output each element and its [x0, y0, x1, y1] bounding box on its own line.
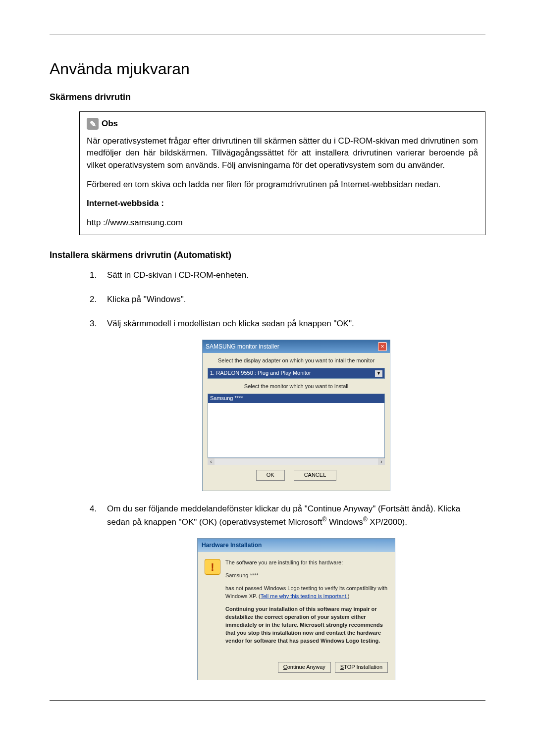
page-title: Använda mjukvaran	[50, 60, 485, 78]
top-rule	[50, 35, 485, 35]
continue-mnemonic: C	[283, 664, 287, 670]
stop-installation-button[interactable]: STOP Installation	[335, 662, 388, 673]
hardware-dialog-title: Hardware Installation	[198, 539, 395, 552]
horizontal-scrollbar[interactable]: ‹ ›	[208, 458, 385, 465]
registered-icon: ®	[363, 516, 368, 523]
hardware-warning-bold: Continuing your installation of this sof…	[225, 605, 388, 645]
note-url: http ://www.samsung.com	[87, 217, 478, 229]
registered-icon: ®	[322, 516, 326, 523]
monitor-list[interactable]: Samsung ****	[208, 394, 385, 458]
close-icon[interactable]: ×	[378, 342, 387, 351]
warning-icon: !	[205, 559, 220, 575]
note-paragraph-2: Förbered en tom skiva och ladda ner file…	[87, 179, 478, 191]
step-3-text: Välj skärmmodell i modellistan och klick…	[107, 319, 354, 328]
hardware-dialog-text: The software you are installing for this…	[225, 559, 388, 650]
dialog-1-wrap: SAMSUNG monitor installer × Select the d…	[107, 340, 485, 491]
stop-rest: TOP Installation	[344, 664, 382, 670]
installer-dialog: SAMSUNG monitor installer × Select the d…	[202, 340, 390, 491]
installer-dialog-buttons: OK CANCEL	[208, 465, 385, 487]
section-heading-install: Installera skärmens drivrutin (Automatis…	[50, 250, 485, 260]
step-3: Välj skärmmodell i modellistan och klick…	[99, 318, 485, 491]
hardware-dialog-body: ! The software you are installing for th…	[198, 552, 395, 656]
note-paragraph-1: När operativsystemet frågar efter drivru…	[87, 135, 478, 172]
note-label: Obs	[102, 118, 118, 130]
section-heading-driver: Skärmens drivrutin	[50, 92, 485, 102]
step-4-text-a: Om du ser följande meddelandefönster kli…	[107, 504, 460, 526]
dialog-2-wrap: Hardware Installation ! The software you…	[107, 538, 485, 680]
cancel-button[interactable]: CANCEL	[294, 470, 337, 481]
installer-label-adapter: Select the display adapter on which you …	[208, 357, 385, 365]
ok-button[interactable]: OK	[256, 470, 285, 481]
installer-dialog-title: SAMSUNG monitor installer	[206, 343, 279, 351]
adapter-select[interactable]: 1. RADEON 9550 : Plug and Play Monitor ▼	[208, 368, 385, 379]
note-box: ✎ Obs När operativsystemet frågar efter …	[79, 111, 485, 235]
hardware-line-3: has not passed Windows Logo testing to v…	[225, 585, 388, 601]
installer-dialog-titlebar: SAMSUNG monitor installer ×	[203, 340, 390, 353]
chevron-down-icon: ▼	[375, 370, 382, 377]
note-icon: ✎	[87, 118, 99, 130]
step-4: Om du ser följande meddelandefönster kli…	[99, 503, 485, 680]
step-4-text-c: XP/2000).	[368, 517, 407, 526]
step-4-text-b: Windows	[326, 517, 363, 526]
continue-rest: ontinue Anyway	[287, 664, 325, 670]
step-1: Sätt in CD-skivan i CD-ROM-enheten.	[99, 269, 485, 282]
hardware-line-2: Samsung ****	[225, 572, 388, 580]
steps-list: Sätt in CD-skivan i CD-ROM-enheten. Klic…	[99, 269, 485, 680]
continue-anyway-button[interactable]: Continue Anyway	[278, 662, 331, 673]
hardware-line-1: The software you are installing for this…	[225, 559, 388, 567]
note-header: ✎ Obs	[87, 118, 478, 130]
hardware-line-3b: )	[348, 593, 350, 599]
chevron-right-icon[interactable]: ›	[378, 458, 385, 465]
note-internet-label: Internet-webbsida :	[87, 198, 478, 210]
bottom-rule	[50, 700, 485, 701]
compatibility-link[interactable]: Tell me why this testing is important.	[261, 593, 348, 599]
installer-label-monitor: Select the monitor which you want to ins…	[208, 383, 385, 391]
adapter-select-value: 1. RADEON 9550 : Plug and Play Monitor	[210, 369, 311, 377]
hardware-dialog: Hardware Installation ! The software you…	[197, 538, 395, 680]
installer-dialog-body: Select the display adapter on which you …	[203, 353, 390, 491]
chevron-left-icon[interactable]: ‹	[208, 458, 214, 465]
hardware-dialog-buttons: Continue Anyway STOP Installation	[198, 657, 395, 680]
step-2: Klicka på "Windows".	[99, 294, 485, 306]
monitor-list-item[interactable]: Samsung ****	[208, 394, 384, 403]
